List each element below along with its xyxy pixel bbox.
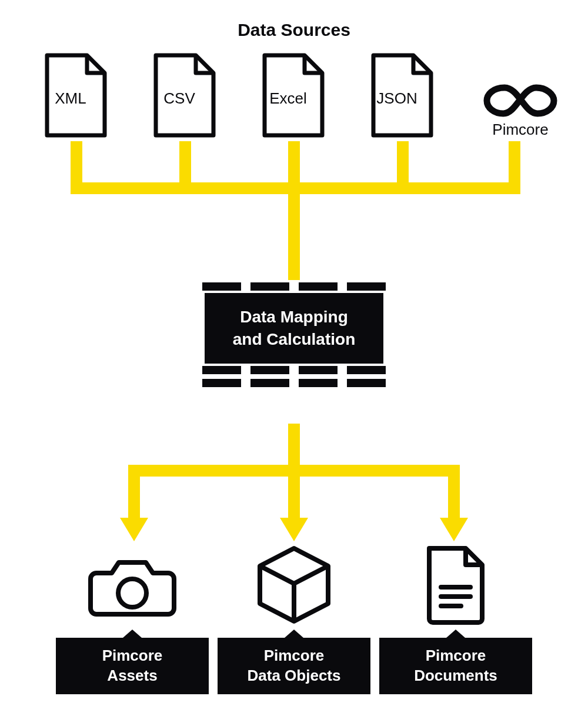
diagram-title: Data Sources [0, 20, 588, 40]
center-to-targets-connector [0, 424, 588, 547]
cube-icon [253, 544, 335, 626]
target-pimcore-assets: Pimcore Assets [56, 544, 209, 694]
file-label: Excel [269, 89, 307, 107]
file-icon: Excel [259, 52, 328, 139]
target-label: Pimcore Assets [56, 638, 209, 694]
file-icon: JSON [368, 52, 437, 139]
sources-to-center-connector [0, 141, 588, 282]
file-icon: CSV [150, 52, 219, 139]
target-pimcore-data-objects: Pimcore Data Objects [218, 544, 370, 694]
sources-row: XML CSV Excel JSON Pimcore [41, 52, 564, 139]
source-pimcore: Pimcore [476, 81, 564, 139]
document-icon [421, 544, 490, 626]
camera-icon [88, 550, 176, 620]
source-excel: Excel [259, 52, 328, 139]
file-label: JSON [376, 89, 417, 107]
target-pimcore-documents: Pimcore Documents [379, 544, 532, 694]
svg-marker-13 [280, 518, 308, 541]
center-processing-box: Data Mapping and Calculation [202, 280, 386, 389]
file-icon: XML [41, 52, 111, 139]
dashed-border-top [202, 282, 386, 291]
svg-point-15 [118, 579, 146, 607]
target-label: Pimcore Documents [379, 638, 532, 694]
dashed-border-bottom [202, 366, 386, 374]
dashed-border-bottom [202, 379, 386, 387]
targets-row: Pimcore Assets Pimcore Data Objects Pimc… [56, 544, 532, 694]
source-csv: CSV [150, 52, 219, 139]
file-label: XML [55, 89, 86, 107]
svg-marker-14 [440, 518, 468, 541]
svg-marker-12 [120, 518, 148, 541]
target-label: Pimcore Data Objects [218, 638, 370, 694]
source-json: JSON [368, 52, 437, 139]
file-label: CSV [163, 89, 195, 107]
center-box-label: Data Mapping and Calculation [205, 293, 383, 364]
infinity-icon [482, 81, 559, 118]
source-xml: XML [41, 52, 111, 139]
pimcore-label: Pimcore [492, 121, 548, 139]
